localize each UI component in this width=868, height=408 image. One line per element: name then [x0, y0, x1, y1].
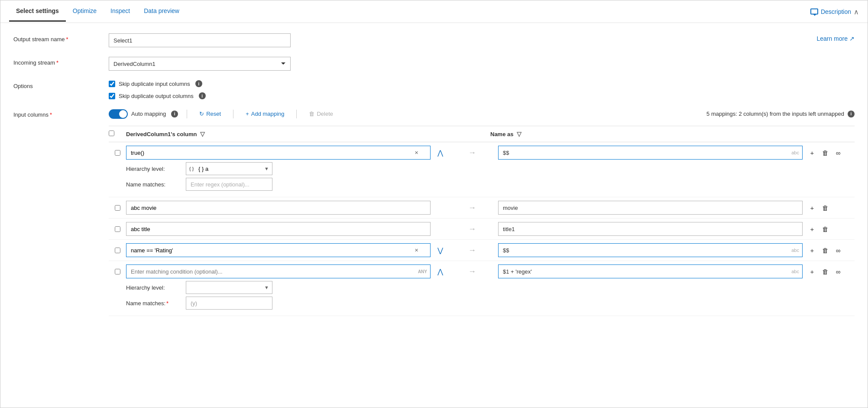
table-row: abc title → + — [109, 219, 855, 240]
row1-hierarchy-select-wrapper: { } { } a ▼ — [186, 162, 272, 175]
source-filter-icon[interactable]: ▽ — [200, 131, 205, 137]
incoming-stream-row: Incoming stream* DerivedColumn1 Stream1 … — [13, 57, 855, 71]
skip-duplicate-output-checkbox[interactable] — [109, 93, 115, 99]
auto-mapping-toggle[interactable] — [109, 109, 128, 119]
row1-target-tag: abc — [791, 150, 799, 155]
row2-target-input[interactable] — [498, 201, 803, 215]
row5-trash-icon[interactable]: 🗑 — [820, 266, 830, 277]
row5-expand-button[interactable]: ⋀ — [434, 265, 446, 277]
row5-condition-input[interactable] — [126, 264, 431, 278]
row3-main: abc title → + — [109, 222, 855, 236]
row3-trash-icon[interactable]: 🗑 — [820, 224, 830, 234]
tab-data-preview[interactable]: Data preview — [137, 1, 186, 22]
auto-mapping-toggle-container: Auto mapping i — [109, 109, 178, 119]
skip-duplicate-input-info-icon[interactable]: i — [195, 80, 202, 87]
row2-source-wrapper: abc movie — [126, 201, 431, 215]
row4-arrow-icon: → — [468, 246, 476, 255]
row1-source-select[interactable]: true() — [126, 146, 431, 160]
row1-braces-icon: { } — [189, 166, 194, 171]
select-all-checkbox[interactable] — [109, 131, 114, 136]
row2-trash-icon[interactable]: 🗑 — [820, 202, 830, 213]
tab-inspect[interactable]: Inspect — [104, 1, 137, 22]
row4-trash-icon[interactable]: 🗑 — [820, 245, 830, 255]
row5-name-matches-input[interactable] — [186, 297, 272, 310]
row5-arrow-icon: → — [468, 267, 476, 276]
target-filter-icon[interactable]: ▽ — [517, 131, 521, 137]
row1-expand-button[interactable]: ⋀ — [434, 147, 446, 159]
tab-optimize[interactable]: Optimize — [66, 1, 104, 22]
row3-arrow-icon: → — [468, 225, 476, 234]
row3-target-wrapper — [498, 222, 803, 236]
auto-mapping-info-icon[interactable]: i — [171, 111, 178, 118]
row4-add-icon[interactable]: + — [807, 245, 817, 255]
table-row: name == 'Rating' ✕ ⋁ → abc — [109, 240, 855, 261]
skip-duplicate-input-checkbox[interactable] — [109, 81, 115, 87]
options-control: Skip duplicate input columns i Skip dupl… — [109, 80, 855, 99]
row5-hierarchy-select[interactable] — [186, 281, 272, 294]
row5-add-icon[interactable]: + — [807, 266, 817, 277]
skip-duplicate-input-row: Skip duplicate input columns i — [109, 80, 855, 87]
header-checkbox-col — [109, 131, 126, 137]
row1-name-matches-label: Name matches: — [126, 181, 182, 188]
row2-target-wrapper — [498, 201, 803, 215]
row2-add-icon[interactable]: + — [807, 202, 817, 213]
incoming-stream-label: Incoming stream* — [13, 57, 109, 66]
row1-trash-icon[interactable]: 🗑 — [820, 147, 830, 158]
mapping-info: 5 mappings: 2 column(s) from the inputs … — [706, 111, 855, 118]
row2-checkbox[interactable] — [115, 205, 120, 211]
incoming-stream-select[interactable]: DerivedColumn1 Stream1 Stream2 — [109, 57, 291, 71]
delete-button[interactable]: 🗑 Delete — [305, 109, 337, 119]
row5-source-wrapper: ANY — [126, 264, 431, 278]
row3-source-select[interactable]: abc title — [126, 222, 431, 236]
row3-checkbox[interactable] — [115, 226, 120, 232]
input-columns-row: Input columns* Auto mapping i ↻ Reset — [13, 109, 855, 316]
row4-arrow: → — [446, 246, 498, 255]
row4-target-tag: abc — [791, 248, 799, 253]
row5-link-icon[interactable]: ∞ — [833, 266, 843, 277]
output-stream-input[interactable] — [109, 33, 291, 47]
row5-target-tag: abc — [791, 269, 799, 274]
auto-mapping-label: Auto mapping — [131, 111, 166, 117]
row5-target-wrapper: abc — [498, 264, 803, 278]
options-row: Options Skip duplicate input columns i S… — [13, 80, 855, 99]
skip-duplicate-output-info-icon[interactable]: i — [199, 92, 206, 99]
row1-target-input[interactable] — [498, 146, 803, 160]
description-button[interactable]: Description ∧ — [810, 7, 859, 16]
row5-hierarchy-label: Hierarchy level: — [126, 284, 182, 291]
reset-icon: ↻ — [199, 111, 204, 117]
row2-source-select[interactable]: abc movie — [126, 201, 431, 215]
row5-main: ANY ⋀ → abc + � — [109, 264, 855, 278]
output-stream-control — [109, 33, 806, 47]
row3-add-icon[interactable]: + — [807, 224, 817, 234]
row1-name-matches-input[interactable] — [186, 178, 272, 191]
tab-select-settings[interactable]: Select settings — [9, 1, 66, 22]
row5-name-matches-row: Name matches:* — [126, 297, 855, 310]
row3-target-input[interactable] — [498, 222, 803, 236]
row1-checkbox[interactable] — [115, 150, 120, 156]
row1-name-matches-row: Name matches: — [126, 178, 855, 191]
row1-target-wrapper: abc — [498, 146, 803, 160]
reset-button[interactable]: ↻ Reset — [196, 109, 224, 119]
learn-more-link[interactable]: Learn more ↗ — [816, 33, 855, 42]
row2-actions: + 🗑 — [803, 202, 855, 213]
row4-expand-button[interactable]: ⋁ — [434, 244, 446, 256]
skip-duplicate-output-row: Skip duplicate output columns i — [109, 92, 855, 99]
skip-duplicate-output-label: Skip duplicate output columns — [119, 93, 194, 99]
row2-arrow-icon: → — [468, 203, 476, 212]
row4-checkbox[interactable] — [115, 248, 120, 253]
divider-1 — [187, 110, 187, 118]
table-header: DerivedColumn1's column ▽ Name as ▽ — [109, 126, 855, 142]
row4-main: name == 'Rating' ✕ ⋁ → abc — [109, 243, 855, 257]
add-mapping-button[interactable]: + Add mapping — [242, 109, 288, 119]
form-area: Output stream name* Learn more ↗ Incomin… — [0, 23, 868, 336]
row5-checkbox[interactable] — [115, 269, 120, 274]
row5-target-input[interactable] — [498, 264, 803, 278]
mapping-info-icon[interactable]: i — [848, 111, 855, 118]
row1-link-icon[interactable]: ∞ — [833, 147, 843, 158]
row4-source-select[interactable]: name == 'Rating' — [126, 243, 431, 257]
row4-link-icon[interactable]: ∞ — [833, 245, 843, 255]
row4-target-input[interactable] — [498, 243, 803, 257]
row1-add-icon[interactable]: + — [807, 147, 817, 158]
row2-main: abc movie → + — [109, 201, 855, 215]
row1-hierarchy-select[interactable]: { } a — [186, 162, 272, 175]
